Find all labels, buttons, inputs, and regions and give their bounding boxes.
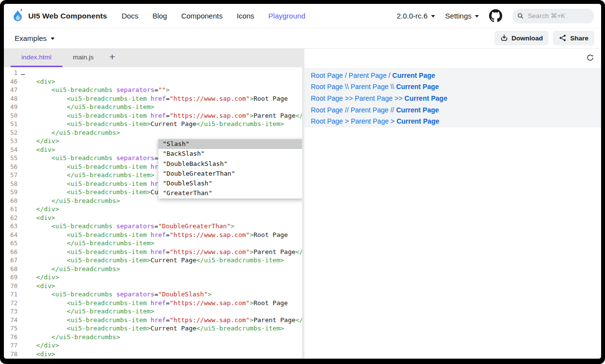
code-line[interactable]: 70 <div> — [4, 282, 302, 291]
nav-link-components[interactable]: Components — [181, 12, 223, 20]
breadcrumb-link[interactable]: Root Page — [311, 94, 343, 102]
autocomplete-option[interactable]: "BackSlash" — [158, 149, 302, 159]
breadcrumb-separator: > — [343, 117, 351, 125]
nav-link-icons[interactable]: Icons — [237, 12, 254, 20]
breadcrumb-separator: / — [343, 72, 349, 79]
code-line[interactable]: 62 <div> — [4, 214, 302, 222]
editor-tab-main.js[interactable]: main.js — [62, 49, 105, 67]
top-navbar: UI5 Web Components DocsBlogComponentsIco… — [4, 4, 601, 28]
code-text: <ui5-breadcrumbs-item href="https://www.… — [21, 111, 302, 120]
nav-link-docs[interactable]: Docs — [122, 12, 138, 20]
line-number: 67 — [8, 256, 18, 265]
nav-link-playground[interactable]: Playground — [268, 12, 305, 20]
code-line[interactable]: 46 <div> — [4, 77, 302, 86]
add-tab-button[interactable]: + — [104, 52, 122, 64]
share-button[interactable]: Share — [553, 31, 594, 45]
code-text: <div> — [21, 146, 55, 154]
line-number: 51 — [8, 120, 18, 128]
code-text: <ui5-breadcrumbs-item>Current Page</ui5-… — [21, 256, 284, 265]
refresh-button[interactable] — [585, 54, 595, 63]
code-line[interactable]: 64 <ui5-breadcrumbs-item href="https://w… — [4, 231, 302, 239]
code-text: <ui5-breadcrumbs-item>Current Page</ui5-… — [21, 120, 284, 128]
autocomplete-option[interactable]: "DoubleGreaterThan" — [158, 169, 302, 179]
code-text: <div> — [21, 282, 55, 291]
line-number: 61 — [8, 205, 18, 214]
code-line[interactable]: 51 <ui5-breadcrumbs-item>Current Page</u… — [4, 120, 302, 128]
brand[interactable]: UI5 Web Components — [12, 9, 107, 23]
line-number: 70 — [8, 282, 18, 291]
breadcrumb-link[interactable]: Parent Page — [355, 94, 393, 102]
search-input[interactable] — [527, 12, 589, 20]
code-line[interactable]: 63 <ui5-breadcrumbs separators="DoubleGr… — [4, 222, 302, 231]
pane-splitter[interactable] — [302, 49, 304, 359]
code-line[interactable]: 66 <ui5-breadcrumbs-item href="https://w… — [4, 248, 302, 256]
code-line[interactable]: 71 <ui5-breadcrumbs separators="DoubleSl… — [4, 290, 302, 299]
search-box[interactable] — [512, 9, 594, 23]
code-line[interactable]: 67 <ui5-breadcrumbs-item>Current Page</u… — [4, 256, 302, 265]
code-line[interactable]: 77 </div> — [4, 341, 302, 350]
breadcrumb-separator: // — [343, 106, 351, 114]
breadcrumb-link[interactable]: Parent Page — [351, 106, 389, 114]
autocomplete-option[interactable]: "DoubleSlash" — [158, 179, 302, 188]
code-line[interactable]: 1… — [4, 69, 302, 77]
breadcrumb-link[interactable]: Root Page — [311, 117, 343, 125]
breadcrumb-separator: // — [389, 106, 397, 114]
code-line[interactable]: 73 </ui5-breadcrumbs-item> — [4, 307, 302, 316]
code-line[interactable]: 48 <ui5-breadcrumbs-item href="https://w… — [4, 94, 302, 103]
examples-dropdown[interactable]: Examples — [15, 34, 55, 42]
code-text: </ui5-breadcrumbs> — [21, 128, 120, 137]
line-number: 77 — [8, 341, 18, 350]
code-text: </ui5-breadcrumbs> — [21, 197, 120, 205]
code-line[interactable]: 76 </ui5-breadcrumbs> — [4, 333, 302, 342]
line-number: 55 — [8, 154, 18, 163]
line-number: 47 — [8, 86, 18, 94]
version-dropdown[interactable]: 2.0.0-rc.6 — [397, 12, 435, 20]
breadcrumb-link[interactable]: Root Page — [311, 72, 343, 79]
breadcrumb-link[interactable]: Parent Page — [351, 117, 389, 125]
code-line[interactable]: 72 <ui5-breadcrumbs-item href="https://w… — [4, 299, 302, 308]
code-line[interactable]: 68 </ui5-breadcrumbs> — [4, 265, 302, 273]
autocomplete-option[interactable]: "DoubleBackSlash" — [158, 159, 302, 169]
code-line[interactable]: 75 <ui5-breadcrumbs-item>Current Page</u… — [4, 324, 302, 333]
autocomplete-option[interactable]: "GreaterThan" — [158, 188, 302, 198]
code-line[interactable]: 61 </div> — [4, 205, 302, 214]
line-number: 66 — [8, 248, 18, 256]
code-text: </ui5-breadcrumbs-item> — [21, 239, 154, 248]
code-text: <div> — [21, 77, 55, 86]
code-line[interactable]: 47 <ui5-breadcrumbs separators=""> — [4, 86, 302, 94]
code-text: </ui5-breadcrumbs-item> — [21, 103, 154, 111]
line-number: 54 — [8, 146, 18, 154]
breadcrumb-link[interactable]: Root Page — [311, 106, 343, 114]
breadcrumb-row: Root Page >> Parent Page >> Current Page — [311, 92, 601, 104]
code-line[interactable]: 74 <ui5-breadcrumbs-item href="https://w… — [4, 316, 302, 325]
breadcrumb-link[interactable]: Parent Page — [351, 83, 389, 91]
autocomplete-popup: "Slash""BackSlash""DoubleBackSlash""Doub… — [158, 139, 302, 199]
app-window: UI5 Web Components DocsBlogComponentsIco… — [4, 4, 601, 359]
breadcrumb-current-page: Current Page — [396, 83, 439, 91]
breadcrumb-row: Root Page // Parent Page // Current Page — [311, 104, 601, 116]
settings-label: Settings — [445, 12, 472, 20]
github-link[interactable] — [489, 9, 502, 22]
code-line[interactable]: 52 </ui5-breadcrumbs> — [4, 128, 302, 137]
window-frame: UI5 Web Components DocsBlogComponentsIco… — [0, 0, 605, 364]
settings-dropdown[interactable]: Settings — [445, 12, 479, 20]
breadcrumb-link[interactable]: Parent Page — [349, 72, 387, 79]
breadcrumb-separator: \\ — [343, 83, 351, 91]
code-line[interactable]: 50 <ui5-breadcrumbs-item href="https://w… — [4, 111, 302, 120]
code-line[interactable]: 49 </ui5-breadcrumbs-item> — [4, 103, 302, 111]
autocomplete-option[interactable]: "Slash" — [158, 139, 302, 149]
chevron-down-icon — [51, 37, 55, 40]
preview-output: Root Page / Parent Page / Current PageRo… — [304, 68, 601, 127]
code-line[interactable]: 78 <div> — [4, 350, 302, 359]
code-text: </div> — [21, 341, 59, 350]
download-button[interactable]: Download — [494, 31, 549, 45]
breadcrumb-link[interactable]: Root Page — [311, 83, 343, 91]
code-editor[interactable]: 1…46 <div>47 <ui5-breadcrumbs separators… — [4, 67, 302, 359]
code-line[interactable]: 65 </ui5-breadcrumbs-item> — [4, 239, 302, 248]
navbar-right-group: 2.0.0-rc.6 Settings — [397, 9, 594, 23]
brand-title: UI5 Web Components — [28, 12, 107, 20]
code-line[interactable]: 69 </div> — [4, 273, 302, 282]
nav-link-blog[interactable]: Blog — [152, 12, 167, 20]
editor-tab-index.html[interactable]: index.html — [11, 49, 62, 67]
code-text: <ui5-breadcrumbs-item href="https://www.… — [21, 248, 302, 256]
